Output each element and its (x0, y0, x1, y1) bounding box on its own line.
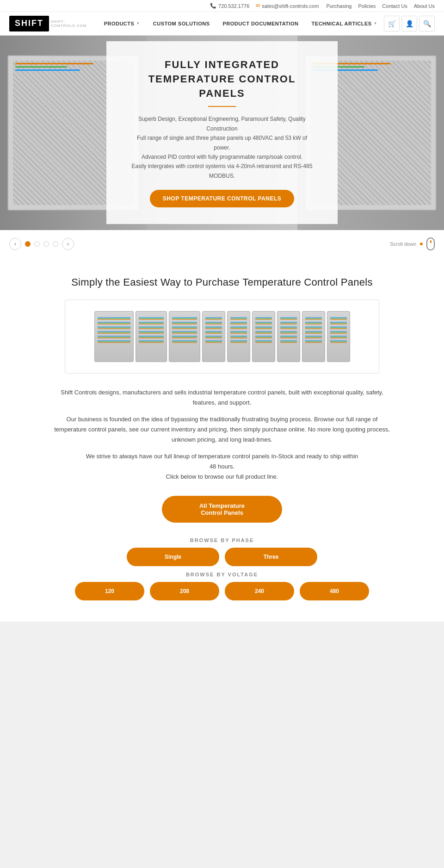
single-phase-button[interactable]: Single (127, 548, 219, 566)
section-title: Simply the Easiest Way to Purchase Tempe… (9, 276, 435, 288)
three-phase-button[interactable]: Three (225, 548, 317, 566)
chevron-right-icon: › (67, 241, 69, 247)
email-icon: ✉ (256, 3, 260, 9)
panel-unit-3 (169, 311, 200, 362)
nav-custom-solutions[interactable]: CUSTOM SOLUTIONS (147, 12, 216, 35)
logo-brand: SHIFT (15, 19, 43, 28)
header: SHIFT SHIFT-CONTROLS.COM PRODUCTS ▼ CUST… (0, 12, 444, 36)
browse-by-voltage-label: BROWSE BY VOLTAGE (9, 572, 435, 577)
chevron-left-icon: ‹ (14, 241, 16, 247)
slider-dots: ‹ › (9, 238, 74, 250)
nav-custom-solutions-label: CUSTOM SOLUTIONS (153, 21, 210, 26)
main-nav: PRODUCTS ▼ CUSTOM SOLUTIONS PRODUCT DOCU… (98, 12, 384, 35)
slider-controls: ‹ › Scroll down (0, 230, 444, 258)
nav-products-label: PRODUCTS (104, 21, 135, 26)
slider-dot-2[interactable] (34, 241, 40, 247)
hero-title-line2: TEMPERATURE CONTROL PANELS (148, 73, 296, 99)
nav-product-documentation-label: PRODUCT DOCUMENTATION (222, 21, 298, 26)
hero-title: FULLY INTEGRATED TEMPERATURE CONTROL PAN… (129, 58, 315, 100)
chevron-down-icon-2: ▼ (374, 21, 377, 25)
nav-products[interactable]: PRODUCTS ▼ (98, 12, 147, 35)
purchasing-link[interactable]: Purchasing (326, 3, 352, 9)
top-bar-links: Purchasing Policies Contact Us About Us (326, 3, 435, 9)
browse-phase-row: Single Three (9, 548, 435, 566)
scroll-down-label: Scroll down (390, 241, 416, 247)
phone-number: 720.532.1776 (218, 3, 249, 9)
panel-unit-9 (327, 311, 350, 362)
search-button[interactable]: 🔍 (419, 16, 435, 31)
panel-unit-4 (202, 311, 225, 362)
scroll-down: Scroll down (390, 237, 435, 250)
slider-dot-4[interactable] (53, 241, 58, 247)
contact-link[interactable]: Contact Us (382, 3, 407, 9)
scroll-dot (420, 243, 423, 245)
all-panels-button[interactable]: All Temperature Control Panels (162, 496, 282, 523)
hero-section: FULLY INTEGRATED TEMPERATURE CONTROL PAN… (0, 36, 444, 230)
logo-tagline: SHIFT-CONTROLS.COM (51, 19, 88, 28)
policies-link[interactable]: Policies (358, 3, 376, 9)
desc-text-2: Our business is founded on the idea of b… (51, 414, 393, 445)
about-link[interactable]: About Us (414, 3, 435, 9)
wire-blue (15, 69, 80, 71)
slider-prev-button[interactable]: ‹ (9, 238, 21, 250)
chevron-down-icon: ▼ (136, 21, 140, 25)
panel-unit-1 (94, 311, 134, 362)
phone-contact: 📞 720.532.1776 (210, 3, 249, 9)
hero-title-line1: FULLY INTEGRATED (165, 59, 279, 70)
slider-dot-1[interactable] (25, 241, 31, 247)
panel-unit-6 (252, 311, 275, 362)
panel-unit-2 (136, 311, 167, 362)
browse-by-phase-label: BROWSE BY PHASE (9, 537, 435, 543)
panels-lineup (94, 311, 350, 362)
browse-voltage-row: 120 208 240 480 (9, 582, 435, 600)
voltage-120-button[interactable]: 120 (75, 582, 144, 600)
hero-content: FULLY INTEGRATED TEMPERATURE CONTROL PAN… (106, 41, 338, 224)
voltage-240-button[interactable]: 240 (225, 582, 294, 600)
desc-text-1: Shift Controls designs, manufacturers an… (51, 387, 393, 408)
nav-product-documentation[interactable]: PRODUCT DOCUMENTATION (216, 12, 305, 35)
main-content: Simply the Easiest Way to Purchase Tempe… (0, 258, 444, 622)
nav-technical-articles-label: TECHNICAL ARTICLES (312, 21, 372, 26)
desc-text-3: We strive to always have our full lineup… (83, 451, 361, 482)
mouse-scroll-dot (430, 240, 432, 243)
voltage-208-button[interactable]: 208 (150, 582, 219, 600)
voltage-480-button[interactable]: 480 (300, 582, 369, 600)
logo-area: SHIFT SHIFT-CONTROLS.COM (9, 12, 88, 35)
lower-section (0, 622, 444, 868)
cart-button[interactable]: 🛒 (384, 16, 400, 31)
hero-description: Superb Design, Exceptional Engineering, … (129, 114, 315, 181)
email-address: sales@shift-controls.com (262, 3, 319, 9)
panel-unit-5 (227, 311, 250, 362)
slider-dot-3[interactable] (43, 241, 49, 247)
wire-green (15, 66, 67, 68)
nav-icons: 🛒 👤 🔍 (384, 16, 435, 31)
user-button[interactable]: 👤 (401, 16, 417, 31)
panel-unit-7 (277, 311, 300, 362)
mouse-icon (426, 237, 435, 250)
product-image-box (65, 300, 379, 374)
slider-next-button[interactable]: › (62, 238, 74, 250)
wire-orange (15, 63, 93, 64)
email-contact: ✉ sales@shift-controls.com (256, 3, 319, 9)
top-bar-contact: 📞 720.532.1776 ✉ sales@shift-controls.co… (210, 3, 319, 9)
hero-divider (208, 106, 236, 107)
phone-icon: 📞 (210, 3, 216, 9)
nav-technical-articles[interactable]: TECHNICAL ARTICLES ▼ (305, 12, 384, 35)
panel-unit-8 (302, 311, 325, 362)
top-bar: 📞 720.532.1776 ✉ sales@shift-controls.co… (0, 0, 444, 12)
hero-cta-button[interactable]: Shop Temperature Control Panels (150, 190, 295, 207)
logo[interactable]: SHIFT (9, 16, 49, 31)
